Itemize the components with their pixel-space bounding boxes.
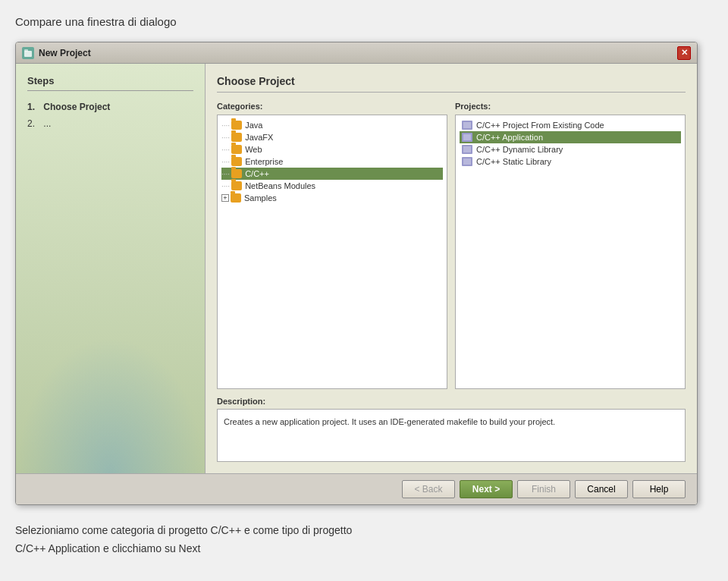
category-samples[interactable]: + Samples bbox=[221, 192, 443, 204]
folder-icon-enterprise bbox=[231, 157, 242, 166]
close-button[interactable]: ✕ bbox=[677, 46, 691, 60]
description-box: Creates a new application project. It us… bbox=[217, 409, 686, 462]
category-netbeans[interactable]: ···· NetBeans Modules bbox=[221, 180, 443, 192]
folder-icon-netbeans bbox=[231, 181, 242, 190]
back-button[interactable]: < Back bbox=[402, 480, 455, 498]
project-existing-code[interactable]: C/C++ Project From Existing Code bbox=[460, 119, 681, 131]
project-icon-existing bbox=[462, 121, 472, 130]
project-icon-application bbox=[462, 133, 472, 142]
project-icon-static bbox=[462, 157, 472, 166]
steps-list: 1. Choose Project 2. ... bbox=[27, 100, 193, 130]
step-2-label: ... bbox=[43, 118, 51, 129]
category-cpp-label: C/C++ bbox=[245, 169, 269, 178]
finish-button[interactable]: Finish bbox=[517, 480, 570, 498]
help-button[interactable]: Help bbox=[632, 480, 686, 498]
step-1-number: 1. bbox=[27, 102, 41, 112]
folder-icon-java bbox=[231, 121, 242, 130]
bottom-text-line1: Selezioniamo come categoria di progetto … bbox=[15, 522, 713, 539]
step-1: 1. Choose Project bbox=[27, 100, 193, 114]
category-javafx[interactable]: ···· JavaFX bbox=[221, 131, 443, 143]
title-bar-left: New Project bbox=[22, 47, 91, 59]
project-existing-label: C/C++ Project From Existing Code bbox=[476, 121, 604, 130]
content-area: Categories: ···· Java ···· JavaFX bbox=[217, 102, 686, 389]
dialog-icon bbox=[22, 47, 34, 59]
category-java[interactable]: ···· Java bbox=[221, 119, 443, 131]
tree-line-javafx: ···· bbox=[221, 133, 230, 142]
steps-panel-background bbox=[16, 337, 205, 473]
project-static-library[interactable]: C/C++ Static Library bbox=[460, 155, 681, 168]
next-button[interactable]: Next > bbox=[460, 480, 513, 498]
project-application-label: C/C++ Application bbox=[476, 133, 543, 142]
title-bar: New Project ✕ bbox=[16, 42, 697, 64]
folder-icon-samples bbox=[231, 193, 241, 203]
folder-icon-cpp bbox=[231, 169, 242, 178]
description-section: Description: Creates a new application p… bbox=[217, 397, 686, 462]
categories-label: Categories: bbox=[217, 102, 447, 111]
projects-section: Projects: C/C++ Project From Existing Co… bbox=[455, 102, 686, 389]
cancel-button[interactable]: Cancel bbox=[575, 480, 628, 498]
category-netbeans-label: NetBeans Modules bbox=[245, 181, 315, 190]
step-1-label: Choose Project bbox=[43, 102, 110, 112]
panel-header: Choose Project bbox=[217, 75, 686, 93]
category-web[interactable]: ···· Web bbox=[221, 143, 443, 155]
steps-panel: Steps 1. Choose Project 2. ... bbox=[16, 64, 206, 473]
categories-panel[interactable]: ···· Java ···· JavaFX ···· Web bbox=[217, 115, 447, 389]
steps-title: Steps bbox=[27, 75, 193, 91]
project-application[interactable]: C/C++ Application bbox=[460, 131, 681, 143]
bottom-text-line2: C/C++ Application e clicchiamo su Next bbox=[15, 540, 713, 557]
category-javafx-label: JavaFX bbox=[245, 133, 273, 142]
svg-rect-1 bbox=[24, 49, 28, 52]
tree-line-enterprise: ···· bbox=[221, 158, 230, 166]
tree-line-java: ···· bbox=[221, 121, 230, 130]
category-enterprise-label: Enterprise bbox=[245, 157, 283, 166]
expand-icon-samples[interactable]: + bbox=[221, 194, 229, 202]
category-cpp[interactable]: ···· C/C++ bbox=[221, 168, 443, 180]
svg-rect-0 bbox=[24, 51, 32, 57]
new-project-dialog: New Project ✕ Steps 1. Choose Project 2.… bbox=[15, 42, 698, 505]
tree-line-cpp: ···· bbox=[221, 170, 230, 178]
dialog-body: Steps 1. Choose Project 2. ... Choose Pr… bbox=[16, 64, 697, 473]
project-dynamic-label: C/C++ Dynamic Library bbox=[476, 145, 563, 154]
project-static-label: C/C++ Static Library bbox=[476, 157, 551, 166]
folder-icon-web bbox=[231, 145, 242, 154]
dialog-footer: < Back Next > Finish Cancel Help bbox=[16, 473, 697, 504]
tree-line-web: ···· bbox=[221, 146, 230, 154]
category-java-label: Java bbox=[245, 121, 262, 130]
project-dynamic-library[interactable]: C/C++ Dynamic Library bbox=[460, 143, 681, 155]
categories-section: Categories: ···· Java ···· JavaFX bbox=[217, 102, 447, 389]
bottom-text: Selezioniamo come categoria di progetto … bbox=[15, 522, 713, 557]
step-2: 2. ... bbox=[27, 117, 193, 130]
projects-panel[interactable]: C/C++ Project From Existing Code C/C++ A… bbox=[455, 115, 686, 389]
category-web-label: Web bbox=[245, 145, 262, 154]
page-title: Compare una finestra di dialogo bbox=[15, 15, 713, 28]
dialog-title: New Project bbox=[39, 48, 91, 58]
step-2-number: 2. bbox=[27, 118, 41, 129]
category-samples-label: Samples bbox=[244, 193, 277, 203]
main-panel: Choose Project Categories: ···· Java ···… bbox=[206, 64, 697, 473]
projects-label: Projects: bbox=[455, 102, 686, 111]
folder-icon-javafx bbox=[231, 133, 242, 142]
tree-line-netbeans: ···· bbox=[221, 182, 230, 190]
category-enterprise[interactable]: ···· Enterprise bbox=[221, 155, 443, 168]
description-label: Description: bbox=[217, 397, 686, 406]
project-icon-dynamic bbox=[462, 145, 472, 154]
